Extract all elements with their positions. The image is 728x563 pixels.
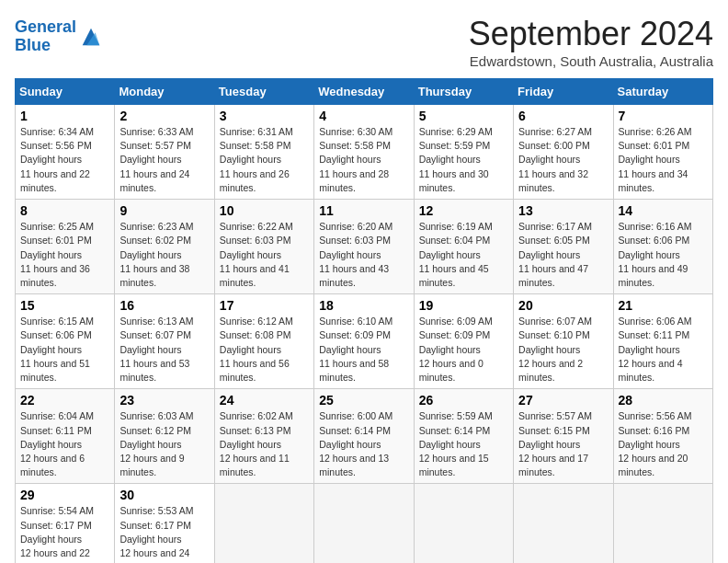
calendar-cell: 28 Sunrise: 5:56 AMSunset: 6:16 PMDaylig… (613, 389, 712, 484)
calendar-table: SundayMondayTuesdayWednesdayThursdayFrid… (15, 78, 713, 563)
day-number: 30 (119, 488, 209, 502)
day-info: Sunrise: 5:59 AMSunset: 6:14 PMDaylight … (419, 410, 493, 477)
day-info: Sunrise: 6:07 AMSunset: 6:10 PMDaylight … (518, 316, 592, 383)
day-number: 12 (419, 203, 508, 218)
day-number: 3 (220, 109, 309, 123)
calendar-week-4: 22 Sunrise: 6:04 AMSunset: 6:11 PMDaylig… (16, 389, 713, 484)
day-info: Sunrise: 6:17 AMSunset: 6:05 PMDaylight … (518, 221, 592, 288)
logo-general: General (15, 17, 76, 36)
day-info: Sunrise: 6:12 AMSunset: 6:08 PMDaylight … (220, 316, 293, 383)
calendar-week-3: 15 Sunrise: 6:15 AMSunset: 6:06 PMDaylig… (16, 294, 713, 389)
day-number: 7 (619, 109, 708, 123)
day-number: 6 (518, 109, 608, 123)
weekday-header-monday: Monday (115, 79, 214, 105)
calendar-cell: 30 Sunrise: 5:53 AMSunset: 6:17 PMDaylig… (115, 484, 214, 563)
day-number: 2 (119, 109, 209, 123)
day-number: 28 (619, 393, 708, 408)
day-number: 8 (20, 203, 109, 218)
calendar-cell: 24 Sunrise: 6:02 AMSunset: 6:13 PMDaylig… (214, 389, 313, 484)
calendar-week-2: 8 Sunrise: 6:25 AMSunset: 6:01 PMDayligh… (16, 200, 713, 294)
weekday-header-wednesday: Wednesday (314, 79, 414, 105)
day-number: 1 (20, 109, 109, 123)
calendar-header: SundayMondayTuesdayWednesdayThursdayFrid… (16, 79, 713, 105)
calendar-cell: 25 Sunrise: 6:00 AMSunset: 6:14 PMDaylig… (314, 389, 414, 484)
calendar-cell: 22 Sunrise: 6:04 AMSunset: 6:11 PMDaylig… (16, 389, 115, 484)
day-info: Sunrise: 6:16 AMSunset: 6:06 PMDaylight … (619, 221, 692, 288)
calendar-cell: 26 Sunrise: 5:59 AMSunset: 6:14 PMDaylig… (414, 389, 513, 484)
day-info: Sunrise: 6:27 AMSunset: 6:00 PMDaylight … (518, 126, 592, 193)
day-number: 10 (220, 203, 309, 218)
day-info: Sunrise: 6:03 AMSunset: 6:12 PMDaylight … (119, 410, 193, 477)
day-info: Sunrise: 6:33 AMSunset: 5:57 PMDaylight … (119, 126, 193, 193)
day-number: 5 (419, 109, 508, 123)
day-number: 29 (20, 488, 109, 502)
calendar-cell (414, 484, 513, 563)
calendar-cell: 7 Sunrise: 6:26 AMSunset: 6:01 PMDayligh… (613, 105, 712, 200)
weekday-header-thursday: Thursday (414, 79, 513, 105)
calendar-body: 1 Sunrise: 6:34 AMSunset: 5:56 PMDayligh… (16, 105, 713, 564)
calendar-cell: 21 Sunrise: 6:06 AMSunset: 6:11 PMDaylig… (613, 294, 712, 389)
day-info: Sunrise: 6:34 AMSunset: 5:56 PMDaylight … (20, 126, 94, 193)
title-block: September 2024 Edwardstown, South Austra… (469, 15, 713, 69)
day-number: 25 (319, 393, 408, 408)
day-number: 4 (319, 109, 408, 123)
main-title: September 2024 (469, 15, 713, 53)
day-number: 20 (518, 298, 608, 313)
day-info: Sunrise: 6:20 AMSunset: 6:03 PMDaylight … (319, 221, 392, 288)
day-number: 21 (619, 298, 708, 313)
day-info: Sunrise: 6:13 AMSunset: 6:07 PMDaylight … (119, 316, 193, 383)
day-info: Sunrise: 6:19 AMSunset: 6:04 PMDaylight … (419, 221, 493, 288)
calendar-cell: 19 Sunrise: 6:09 AMSunset: 6:09 PMDaylig… (414, 294, 513, 389)
day-info: Sunrise: 6:30 AMSunset: 5:58 PMDaylight … (319, 126, 392, 193)
calendar-cell: 17 Sunrise: 6:12 AMSunset: 6:08 PMDaylig… (214, 294, 313, 389)
day-number: 16 (119, 298, 209, 313)
calendar-cell: 10 Sunrise: 6:22 AMSunset: 6:03 PMDaylig… (214, 200, 313, 294)
calendar-cell: 3 Sunrise: 6:31 AMSunset: 5:58 PMDayligh… (214, 105, 313, 200)
calendar-cell (613, 484, 712, 563)
calendar-cell: 5 Sunrise: 6:29 AMSunset: 5:59 PMDayligh… (414, 105, 513, 200)
day-info: Sunrise: 5:54 AMSunset: 6:17 PMDaylight … (20, 505, 94, 563)
day-info: Sunrise: 5:57 AMSunset: 6:15 PMDaylight … (518, 410, 592, 477)
day-number: 23 (119, 393, 209, 408)
logo-icon (78, 24, 104, 50)
day-number: 9 (119, 203, 209, 218)
day-info: Sunrise: 6:31 AMSunset: 5:58 PMDaylight … (220, 126, 293, 193)
calendar-cell: 6 Sunrise: 6:27 AMSunset: 6:00 PMDayligh… (514, 105, 613, 200)
day-info: Sunrise: 6:04 AMSunset: 6:11 PMDaylight … (20, 410, 94, 477)
day-info: Sunrise: 5:56 AMSunset: 6:16 PMDaylight … (619, 410, 692, 477)
calendar-week-5: 29 Sunrise: 5:54 AMSunset: 6:17 PMDaylig… (16, 484, 713, 563)
calendar-cell: 9 Sunrise: 6:23 AMSunset: 6:02 PMDayligh… (115, 200, 214, 294)
weekday-header-saturday: Saturday (613, 79, 712, 105)
day-number: 22 (20, 393, 109, 408)
logo: General Blue (15, 18, 104, 55)
calendar-cell (314, 484, 414, 563)
page-header: General Blue September 2024 Edwardstown,… (15, 15, 713, 69)
calendar-cell: 18 Sunrise: 6:10 AMSunset: 6:09 PMDaylig… (314, 294, 414, 389)
day-info: Sunrise: 6:26 AMSunset: 6:01 PMDaylight … (619, 126, 692, 193)
calendar-cell: 13 Sunrise: 6:17 AMSunset: 6:05 PMDaylig… (514, 200, 613, 294)
calendar-cell (514, 484, 613, 563)
day-info: Sunrise: 6:15 AMSunset: 6:06 PMDaylight … (20, 316, 94, 383)
day-number: 17 (220, 298, 309, 313)
day-number: 27 (518, 393, 608, 408)
calendar-cell: 23 Sunrise: 6:03 AMSunset: 6:12 PMDaylig… (115, 389, 214, 484)
day-number: 14 (619, 203, 708, 218)
calendar-cell: 12 Sunrise: 6:19 AMSunset: 6:04 PMDaylig… (414, 200, 513, 294)
day-number: 24 (220, 393, 309, 408)
day-info: Sunrise: 6:00 AMSunset: 6:14 PMDaylight … (319, 410, 392, 477)
day-info: Sunrise: 6:06 AMSunset: 6:11 PMDaylight … (619, 316, 692, 383)
calendar-cell: 2 Sunrise: 6:33 AMSunset: 5:57 PMDayligh… (115, 105, 214, 200)
day-number: 26 (419, 393, 508, 408)
calendar-cell: 8 Sunrise: 6:25 AMSunset: 6:01 PMDayligh… (16, 200, 115, 294)
day-info: Sunrise: 5:53 AMSunset: 6:17 PMDaylight … (119, 505, 193, 563)
calendar-cell: 27 Sunrise: 5:57 AMSunset: 6:15 PMDaylig… (514, 389, 613, 484)
calendar-cell: 16 Sunrise: 6:13 AMSunset: 6:07 PMDaylig… (115, 294, 214, 389)
calendar-cell: 4 Sunrise: 6:30 AMSunset: 5:58 PMDayligh… (314, 105, 414, 200)
day-info: Sunrise: 6:10 AMSunset: 6:09 PMDaylight … (319, 316, 392, 383)
day-number: 19 (419, 298, 508, 313)
calendar-week-1: 1 Sunrise: 6:34 AMSunset: 5:56 PMDayligh… (16, 105, 713, 200)
weekday-header-friday: Friday (514, 79, 613, 105)
day-number: 18 (319, 298, 408, 313)
day-info: Sunrise: 6:29 AMSunset: 5:59 PMDaylight … (419, 126, 493, 193)
day-number: 13 (518, 203, 608, 218)
